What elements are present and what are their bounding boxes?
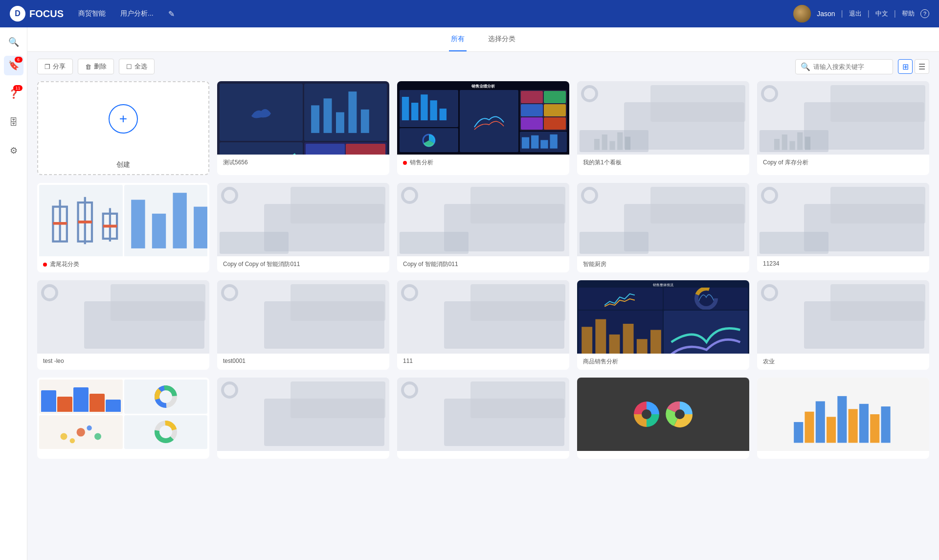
card-iris[interactable]: 鸢尾花分类: [37, 183, 209, 272]
toolbar: ❐ 分享 🗑 删除 ☐ 全选 🔍 ⊞ ☰: [27, 52, 939, 81]
content-area: 所有 选择分类 ❐ 分享 🗑 删除 ☐ 全选 🔍: [27, 27, 939, 560]
card-copy-copy-fire[interactable]: Copy of Copy of 智能消防011: [217, 183, 389, 272]
tabs-bar: 所有 选择分类: [27, 27, 939, 52]
card-row4-3[interactable]: [397, 378, 569, 459]
edit-icon[interactable]: ✎: [168, 9, 175, 19]
card-copy-fire[interactable]: Copy of 智能消防011: [397, 183, 569, 272]
sidebar-item-help[interactable]: ❓ 11: [4, 84, 23, 104]
sidebar-item-bookmark[interactable]: 🔖 6: [4, 56, 23, 75]
card-label-iris: 鸢尾花分类: [37, 256, 209, 272]
logout-button[interactable]: 退出: [849, 9, 862, 18]
search-input[interactable]: [813, 63, 888, 70]
search-box: 🔍: [795, 59, 893, 74]
card-label-row4-4: [577, 451, 749, 459]
svg-rect-82: [816, 401, 825, 443]
svg-point-68: [61, 433, 67, 440]
card-test5656[interactable]: 测试5656: [217, 81, 389, 175]
logo[interactable]: D FOCUS: [10, 6, 64, 22]
card-thumb-test-leo: [37, 280, 209, 354]
card-thumb-row4-3: [397, 378, 569, 451]
share-icon: ❐: [45, 63, 50, 70]
select-all-button[interactable]: ☐ 全选: [119, 59, 155, 74]
trash-icon: 🗑: [85, 63, 91, 70]
svg-rect-34: [131, 200, 145, 248]
view-toggle: ⊞ ☰: [898, 59, 929, 74]
svg-rect-88: [881, 406, 890, 443]
avatar[interactable]: [793, 5, 811, 22]
card-label-test5656: 测试5656: [217, 155, 389, 171]
card-thumb-sales: 销售业绩分析: [397, 81, 569, 155]
card-row4-1[interactable]: [37, 378, 209, 459]
create-thumb: +: [38, 82, 208, 156]
card-sales-analysis[interactable]: 销售业绩分析: [397, 81, 569, 175]
svg-rect-18: [617, 133, 623, 150]
card-goods-sales[interactable]: 销售整体情况: [577, 280, 749, 370]
card-label-111: 111: [397, 354, 569, 368]
sidebar-item-database[interactable]: 🗄: [4, 112, 23, 132]
svg-rect-22: [789, 141, 795, 150]
card-row4-5[interactable]: [757, 378, 929, 459]
grid-view-button[interactable]: ⊞: [898, 59, 913, 74]
tab-all[interactable]: 所有: [449, 27, 467, 51]
nav-item-commerce[interactable]: 商贸智能: [78, 9, 106, 18]
card-smart-kitchen[interactable]: 智能厨房: [577, 183, 749, 272]
card-test0001[interactable]: test0001: [217, 280, 389, 370]
card-label-goods-sales: 商品销售分析: [577, 354, 749, 370]
card-my-board[interactable]: 我的第1个看板: [577, 81, 749, 175]
card-thumb-goods-sales: 销售整体情况: [577, 280, 749, 354]
card-11234[interactable]: 11234: [757, 183, 929, 272]
card-111[interactable]: 111: [397, 280, 569, 370]
help-text[interactable]: 帮助: [902, 9, 915, 18]
svg-point-69: [70, 438, 75, 443]
card-agriculture[interactable]: 农业: [757, 280, 929, 370]
grid-area: + 创建: [27, 81, 939, 560]
help-badge: 11: [13, 85, 22, 91]
card-thumb-copy-inventory: [757, 81, 929, 155]
checkbox-icon: ☐: [126, 63, 132, 70]
card-label-copy-fire: Copy of 智能消防011: [397, 256, 569, 272]
svg-rect-16: [602, 134, 607, 150]
list-view-button[interactable]: ☰: [915, 59, 929, 74]
card-copy-inventory[interactable]: Copy of 库存分析: [757, 81, 929, 175]
svg-rect-24: [805, 137, 810, 150]
header: D FOCUS 商贸智能 用户分析... ✎ Jason | 退出 | 中文 |…: [0, 0, 939, 27]
sidebar-item-settings[interactable]: ⚙: [4, 141, 23, 160]
svg-rect-63: [650, 330, 661, 354]
svg-rect-61: [623, 324, 634, 354]
svg-point-77: [642, 409, 651, 419]
card-label-smart-kitchen: 智能厨房: [577, 256, 749, 272]
svg-rect-11: [522, 137, 529, 148]
sidebar: 🔍 🔖 6 ❓ 11 🗄 ⚙: [0, 27, 27, 560]
sidebar-item-search[interactable]: 🔍: [4, 32, 23, 52]
tab-category[interactable]: 选择分类: [486, 27, 517, 51]
svg-rect-13: [540, 140, 548, 148]
database-icon: 🗄: [9, 117, 18, 128]
header-nav: 商贸智能 用户分析... ✎: [78, 9, 793, 19]
language-button[interactable]: 中文: [875, 9, 888, 18]
nav-item-user[interactable]: 用户分析...: [120, 9, 154, 18]
svg-point-72: [94, 433, 101, 440]
share-button[interactable]: ❐ 分享: [37, 59, 73, 74]
svg-rect-60: [609, 335, 620, 354]
settings-icon: ⚙: [10, 145, 18, 156]
help-icon[interactable]: ?: [920, 9, 929, 18]
card-row4-4[interactable]: [577, 378, 749, 459]
card-test-leo[interactable]: test -leo: [37, 280, 209, 370]
card-thumb-smart-kitchen: [577, 183, 749, 256]
svg-rect-1: [323, 98, 332, 133]
card-row4-2[interactable]: [217, 378, 389, 459]
svg-rect-14: [550, 134, 557, 148]
card-label-11234: 11234: [757, 256, 929, 271]
card-thumb-copy-copy-fire: [217, 183, 389, 256]
search-icon: 🔍: [8, 37, 19, 47]
svg-rect-20: [774, 139, 780, 150]
delete-button[interactable]: 🗑 删除: [78, 59, 114, 74]
card-thumb-row4-2: [217, 378, 389, 451]
svg-rect-58: [581, 327, 592, 354]
svg-rect-8: [430, 100, 437, 120]
bookmark-badge: 6: [15, 57, 22, 63]
svg-rect-81: [805, 412, 814, 443]
create-card[interactable]: + 创建: [37, 81, 209, 175]
svg-rect-9: [440, 109, 447, 120]
card-label-agriculture: 农业: [757, 354, 929, 370]
